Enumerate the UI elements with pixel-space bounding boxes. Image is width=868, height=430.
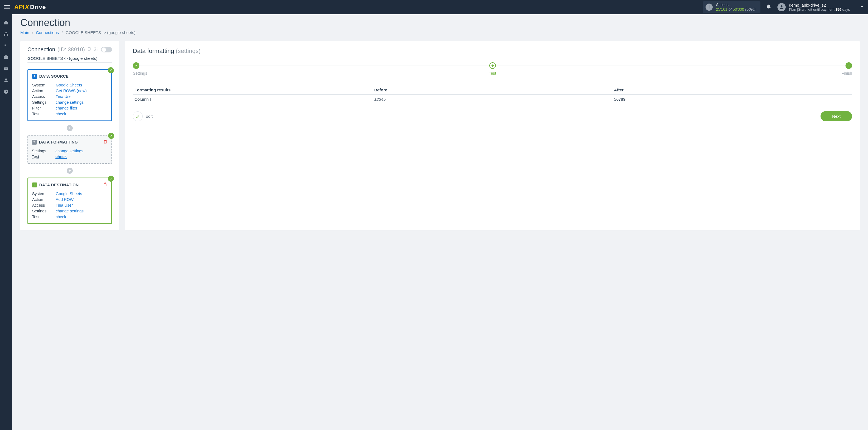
check-icon bbox=[108, 176, 114, 182]
check-icon bbox=[108, 67, 114, 73]
logo[interactable]: API X Drive bbox=[14, 4, 46, 11]
hamburger-icon[interactable] bbox=[4, 4, 10, 10]
formatting-subtitle: (settings) bbox=[176, 48, 200, 54]
user-icon[interactable] bbox=[3, 78, 9, 83]
source-test[interactable]: check bbox=[56, 112, 66, 116]
dest-test[interactable]: check bbox=[56, 215, 66, 219]
gear-icon[interactable] bbox=[94, 47, 98, 53]
bell-icon[interactable] bbox=[766, 4, 771, 10]
connection-toggle[interactable] bbox=[101, 47, 112, 53]
cell-after: 56789 bbox=[612, 95, 852, 104]
dest-action[interactable]: Add ROW bbox=[56, 197, 73, 202]
add-step-button[interactable]: + bbox=[67, 125, 73, 131]
svg-rect-5 bbox=[4, 35, 5, 36]
data-source-card: 1 DATA SOURCE SystemGoogle Sheets Action… bbox=[27, 69, 112, 121]
breadcrumb-connections[interactable]: Connections bbox=[36, 30, 59, 35]
step-finish-dot[interactable] bbox=[845, 62, 852, 69]
actions-counter[interactable]: i Actions: 25'161 of 50'000 (50%) bbox=[703, 1, 761, 13]
add-step-button[interactable]: + bbox=[67, 168, 73, 174]
home-icon[interactable] bbox=[3, 20, 9, 25]
card-row: Settingschange settings bbox=[32, 99, 107, 105]
formatting-test[interactable]: check bbox=[56, 154, 67, 159]
check-icon bbox=[108, 133, 114, 139]
card-row: SystemGoogle Sheets bbox=[32, 191, 107, 196]
user-menu[interactable]: demo_apix-drive_s2 Plan |Start| left unt… bbox=[777, 3, 864, 11]
actions-pct: (50%) bbox=[745, 7, 755, 11]
actions-label: Actions: bbox=[716, 2, 755, 7]
source-access[interactable]: Tina User bbox=[56, 94, 73, 99]
edit-button[interactable]: Edit bbox=[133, 112, 153, 121]
svg-point-3 bbox=[781, 5, 783, 7]
dest-access[interactable]: Tina User bbox=[56, 203, 73, 208]
source-settings[interactable]: change settings bbox=[56, 100, 84, 104]
cell-before: 12345 bbox=[373, 95, 613, 104]
breadcrumb-main[interactable]: Main bbox=[20, 30, 29, 35]
formatting-settings[interactable]: change settings bbox=[56, 149, 84, 153]
actions-of: of bbox=[728, 7, 732, 11]
user-plan: Plan |Start| left until payment 359 days bbox=[789, 7, 850, 11]
svg-text:?: ? bbox=[5, 90, 7, 93]
card-row: Testcheck bbox=[32, 154, 107, 159]
help-icon[interactable]: ? bbox=[3, 89, 9, 94]
card-title: DATA SOURCE bbox=[39, 74, 69, 79]
dollar-icon[interactable]: $ bbox=[3, 43, 9, 48]
breadcrumb: Main / Connections / GOOGLE SHEETS -> (g… bbox=[20, 30, 860, 35]
sitemap-icon[interactable] bbox=[3, 31, 9, 37]
step-test-dot[interactable] bbox=[489, 62, 496, 69]
card-row: Filterchange filter bbox=[32, 105, 107, 111]
table-row: Column I 12345 56789 bbox=[133, 95, 852, 104]
chevron-down-icon[interactable] bbox=[860, 5, 864, 10]
step-progress: Settings Test Finish bbox=[133, 62, 852, 75]
source-system[interactable]: Google Sheets bbox=[56, 83, 82, 87]
sidebar-nav: $ ? bbox=[0, 14, 12, 239]
trash-icon[interactable] bbox=[103, 140, 107, 145]
page-title: Connection bbox=[20, 17, 860, 29]
svg-rect-9 bbox=[5, 55, 7, 56]
svg-rect-6 bbox=[7, 35, 8, 36]
card-title: DATA DESTINATION bbox=[39, 183, 79, 187]
step-settings-dot[interactable] bbox=[133, 62, 140, 69]
card-number: 2 bbox=[32, 140, 37, 145]
card-number: 3 bbox=[32, 183, 37, 187]
cell-column: Column I bbox=[133, 95, 373, 104]
connection-id: (ID: 38910) bbox=[57, 47, 85, 53]
data-destination-card: 3 DATA DESTINATION SystemGoogle Sheets A… bbox=[27, 178, 112, 224]
svg-text:$: $ bbox=[4, 44, 6, 47]
user-name: demo_apix-drive_s2 bbox=[789, 3, 850, 7]
card-row: ActionGet ROWS (new) bbox=[32, 88, 107, 94]
connection-panel: Connection (ID: 38910) GOOGLE SHEETS -> … bbox=[20, 41, 119, 230]
dest-system[interactable]: Google Sheets bbox=[56, 191, 82, 196]
logo-x: X bbox=[25, 4, 29, 11]
col-results: Formatting results bbox=[133, 85, 373, 95]
card-row: AccessTina User bbox=[32, 202, 107, 208]
card-row: Testcheck bbox=[32, 111, 107, 117]
logo-drive: Drive bbox=[30, 4, 46, 11]
svg-rect-1 bbox=[4, 7, 10, 7]
connection-subtitle: GOOGLE SHEETS -> (google sheets) bbox=[27, 56, 112, 63]
youtube-icon[interactable] bbox=[3, 66, 9, 71]
results-table: Formatting results Before After Column I… bbox=[133, 85, 852, 104]
trash-icon[interactable] bbox=[103, 182, 107, 187]
source-filter[interactable]: change filter bbox=[56, 106, 78, 110]
svg-point-15 bbox=[95, 49, 96, 50]
edit-label: Edit bbox=[146, 114, 153, 119]
card-row: Settingschange settings bbox=[32, 208, 107, 214]
pencil-icon bbox=[133, 112, 143, 121]
next-button[interactable]: Next bbox=[820, 111, 852, 121]
card-row: Settingschange settings bbox=[32, 148, 107, 154]
svg-rect-4 bbox=[5, 32, 7, 33]
copy-icon[interactable] bbox=[87, 47, 91, 53]
dest-settings[interactable]: change settings bbox=[56, 209, 84, 213]
actions-limit: 50'000 bbox=[733, 7, 744, 11]
avatar-icon bbox=[777, 3, 786, 11]
step-settings-label: Settings bbox=[133, 71, 147, 75]
svg-rect-14 bbox=[88, 48, 90, 51]
svg-rect-0 bbox=[4, 5, 10, 6]
briefcase-icon[interactable] bbox=[3, 54, 9, 60]
card-number: 1 bbox=[32, 74, 37, 79]
actions-used: 25'161 bbox=[716, 7, 727, 11]
source-action[interactable]: Get ROWS (new) bbox=[56, 89, 87, 93]
formatting-title: Data formatting bbox=[133, 48, 174, 54]
top-header: API X Drive i Actions: 25'161 of 50'000 … bbox=[0, 0, 868, 14]
col-after: After bbox=[612, 85, 852, 95]
